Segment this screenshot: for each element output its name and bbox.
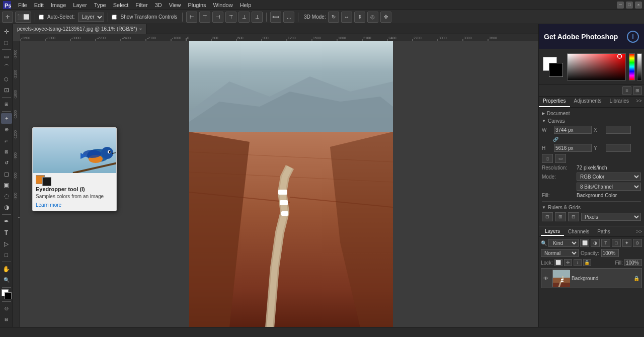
close-tab-btn[interactable]: × [139, 27, 142, 32]
landscape-orientation-btn[interactable]: ▭ [555, 154, 566, 163]
canvas-section-header[interactable]: ▼ Canvas [542, 118, 641, 124]
layers-filter-type-btn[interactable]: T [601, 239, 610, 247]
move-tool-options-btn[interactable]: ✛ [2, 12, 13, 23]
window-minimize-btn[interactable]: ─ [617, 2, 624, 9]
menu-type[interactable]: Type [91, 2, 109, 9]
menu-window[interactable]: Window [210, 2, 236, 9]
get-photoshop-banner[interactable]: Get Adobe Photoshop i [539, 24, 644, 49]
3d-rotate-btn[interactable]: ↻ [328, 12, 339, 23]
rulers-grids-header[interactable]: ▼ Rulers & Grids [542, 205, 641, 210]
blur-btn[interactable]: ◌ [1, 191, 12, 202]
align-right-btn[interactable]: ⊣ [212, 12, 223, 23]
panel-layers-icon[interactable]: ⊞ [633, 86, 642, 95]
lock-all-btn[interactable]: 🔒 [583, 259, 591, 266]
rulers-unit-select[interactable]: Pixels [581, 213, 641, 221]
menu-select[interactable]: Select [110, 2, 132, 9]
fill-percent-input[interactable] [624, 259, 642, 266]
tab-adjustments[interactable]: Adjustments [570, 97, 606, 107]
3d-zoom-btn[interactable]: ⇕ [354, 12, 365, 23]
menu-plugins[interactable]: Plugins [185, 2, 209, 9]
opacity-input[interactable] [601, 249, 619, 257]
canvas-y-input[interactable] [606, 144, 631, 152]
3d-pan2-btn[interactable]: ✜ [380, 12, 391, 23]
auto-select-checkbox[interactable] [39, 15, 44, 20]
tab-libraries[interactable]: Libraries [606, 97, 633, 107]
menu-image[interactable]: Image [48, 2, 69, 9]
dodge-btn[interactable]: ◑ [1, 202, 12, 213]
hand-btn[interactable]: ✋ [1, 264, 12, 274]
align-bottom-btn[interactable]: ⊥ [252, 12, 263, 23]
move-tool-btn[interactable]: ✛ [1, 26, 12, 37]
quick-select-tool-btn[interactable]: ⬡ [1, 73, 12, 84]
color-alpha-strip[interactable] [637, 53, 642, 80]
menu-help[interactable]: Help [237, 2, 255, 9]
document-tab[interactable]: pexels-poyee-tsang-12139617.jpg @ 16.1% … [13, 24, 146, 34]
rulers-corner-btn[interactable]: ⊡ [542, 212, 553, 221]
brush-tool-btn[interactable]: ⌐ [1, 135, 12, 146]
canvas-width-input[interactable] [554, 126, 592, 134]
layers-filter-toggle-btn[interactable]: ⊙ [633, 239, 642, 247]
marquee-tool-btn[interactable]: ▭ [1, 51, 12, 62]
align-top-btn[interactable]: ⊤ [225, 12, 236, 23]
pen-btn[interactable]: ✒ [1, 216, 12, 227]
tab-properties[interactable]: Properties [539, 97, 570, 107]
layers-filter-pixel-btn[interactable]: ⬜ [580, 239, 589, 247]
canvas-x-input[interactable] [606, 126, 631, 134]
background-layer-row[interactable]: 👁 Background 🔒 [541, 268, 642, 288]
layers-filter-adjust-btn[interactable]: ◑ [591, 239, 600, 247]
canvas-content[interactable]: -3600 -3300 -3000 -2700 -2400 -2100 -180… [13, 34, 538, 327]
fg-bg-swatches[interactable] [543, 57, 563, 77]
align-options-btn[interactable]: ⬛⬜ [15, 12, 31, 23]
3d-orbit-btn[interactable]: ◎ [367, 12, 378, 23]
eyedropper-tool-btn[interactable]: ✦ [1, 113, 12, 124]
lock-artboard-btn[interactable]: ↕ [574, 259, 582, 266]
portrait-orientation-btn[interactable]: ▯ [542, 154, 553, 163]
lasso-tool-btn[interactable]: ⌒ [1, 62, 12, 73]
healing-tool-btn[interactable]: ⊕ [1, 124, 12, 135]
canvas-height-input[interactable] [554, 144, 592, 152]
color-hue-strip[interactable] [629, 53, 635, 80]
background-swatch[interactable] [549, 63, 563, 77]
layers-panel-expander[interactable]: >> [636, 229, 642, 234]
artboard-tool-btn[interactable]: ⬚ [1, 37, 12, 48]
info-icon[interactable]: i [627, 31, 639, 43]
layers-filter-shape-btn[interactable]: □ [612, 239, 621, 247]
menu-layer[interactable]: Layer [70, 2, 90, 9]
menu-edit[interactable]: Edit [31, 2, 47, 9]
layers-tab-channels[interactable]: Channels [564, 228, 593, 235]
menu-file[interactable]: File [15, 2, 30, 9]
color-swatches[interactable] [1, 289, 12, 299]
menu-3d[interactable]: 3D [152, 2, 165, 9]
document-section-header[interactable]: ▶ Document [542, 111, 641, 116]
3d-pan-btn[interactable]: ↔ [341, 12, 352, 23]
eraser-btn[interactable]: ◻ [1, 168, 12, 179]
path-select-btn[interactable]: ▷ [1, 238, 12, 249]
blend-mode-select[interactable]: Normal [541, 249, 579, 257]
rectangle-btn[interactable]: □ [1, 249, 12, 260]
lock-move-btn[interactable]: ✛ [564, 259, 572, 266]
panel-expander[interactable]: >> [633, 97, 644, 107]
link-proportions-icon[interactable]: 🔗 [552, 136, 559, 143]
align-center-btn[interactable]: ⊤ [199, 12, 210, 23]
more-btn[interactable]: ... [283, 12, 294, 23]
crop-tool-btn[interactable]: ⊡ [1, 85, 12, 96]
panel-settings-icon[interactable]: ≡ [622, 86, 631, 95]
frame-tool-btn[interactable]: ⊞ [1, 99, 12, 110]
distribute-btn[interactable]: ⟺ [270, 12, 281, 23]
quick-mask-btn[interactable]: ◎ [1, 303, 12, 314]
bit-depth-select[interactable]: 8 Bits/Channel [577, 183, 641, 191]
tooltip-learn-more-link[interactable]: Learn more [33, 202, 116, 211]
layer-visibility-toggle[interactable]: 👁 [543, 276, 550, 281]
window-close-btn[interactable]: × [635, 2, 642, 9]
layers-tab-layers[interactable]: Layers [541, 227, 564, 236]
layers-filter-smart-btn[interactable]: ✦ [622, 239, 631, 247]
lock-pixels-btn[interactable]: ⬜ [554, 259, 562, 266]
gradient-btn[interactable]: ▣ [1, 180, 12, 190]
color-picker-gradient[interactable] [567, 53, 626, 80]
show-transform-checkbox[interactable] [112, 15, 117, 20]
window-maximize-btn[interactable]: □ [626, 2, 633, 9]
align-left-btn[interactable]: ⊢ [186, 12, 197, 23]
clone-stamp-btn[interactable]: ⊠ [1, 146, 12, 157]
zoom-btn[interactable]: 🔍 [1, 275, 12, 285]
menu-filter[interactable]: Filter [132, 2, 150, 9]
